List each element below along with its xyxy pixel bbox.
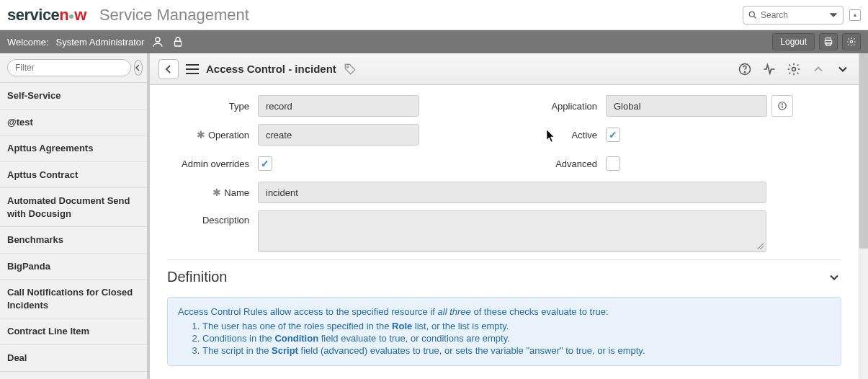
advanced-label: Advanced	[555, 159, 597, 169]
logo-text-w: w	[74, 6, 86, 24]
application-field[interactable]: Global	[606, 95, 767, 117]
required-icon: ✱	[197, 129, 205, 141]
admin-overrides-checkbox[interactable]	[258, 156, 272, 171]
nav-item[interactable]: Contract Line Item	[0, 318, 147, 345]
gear-icon[interactable]	[787, 62, 801, 76]
help-icon[interactable]	[738, 62, 752, 76]
admin-overrides-label: Admin overrides	[182, 159, 249, 169]
search-input[interactable]	[761, 10, 818, 20]
print-icon	[823, 37, 833, 47]
rule-item: The user has one of the roles specified …	[202, 320, 831, 332]
nav-item[interactable]: @test	[0, 110, 147, 136]
record-header: Access Control - incident	[150, 53, 859, 85]
welcome-label: Welcome:	[7, 37, 49, 48]
rules-info-box: Access Control Rules allow access to the…	[167, 297, 841, 366]
tag-icon[interactable]	[344, 63, 357, 76]
logo-text-service: service	[7, 6, 59, 24]
global-search[interactable]	[743, 6, 844, 24]
advanced-checkbox[interactable]	[606, 156, 620, 171]
chevron-down-icon[interactable]	[827, 270, 841, 285]
operation-field[interactable]: create	[258, 124, 419, 146]
svg-point-14	[782, 104, 783, 104]
back-button[interactable]	[158, 59, 179, 79]
vertical-scrollbar[interactable]	[859, 53, 868, 379]
svg-point-10	[744, 71, 745, 72]
description-field[interactable]	[258, 210, 766, 252]
form-area: Type record ✱Operation create Admin over…	[150, 85, 859, 379]
next-record-button[interactable]	[836, 62, 850, 76]
nav-collapse-button[interactable]	[134, 60, 143, 76]
rule-item: Conditions in the Condition field evalua…	[202, 332, 831, 344]
svg-point-2	[156, 37, 160, 42]
svg-point-8	[346, 66, 348, 67]
svg-point-11	[792, 67, 796, 71]
svg-rect-3	[175, 41, 182, 46]
type-field[interactable]: record	[258, 95, 419, 117]
previous-record-button[interactable]	[811, 62, 826, 76]
page-title: Access Control - incident	[206, 63, 336, 75]
nav-item-list: Self-Service @test Apttus Agreements Apt…	[0, 83, 147, 379]
nav-item[interactable]: Deal	[0, 345, 147, 372]
left-nav: Self-Service @test Apttus Agreements Apt…	[0, 53, 148, 379]
logo-text-n: n	[59, 6, 68, 24]
nav-filter-input[interactable]	[7, 59, 131, 76]
active-label: Active	[572, 130, 597, 141]
svg-point-0	[749, 12, 754, 17]
gear-icon	[846, 37, 856, 47]
print-button[interactable]	[819, 33, 838, 50]
nav-item[interactable]: Demand	[0, 372, 147, 379]
user-icon[interactable]	[151, 35, 164, 48]
form-menu-button[interactable]	[186, 64, 199, 74]
nav-item[interactable]: Self-Service	[0, 83, 147, 110]
svg-point-7	[850, 40, 853, 43]
info-icon	[777, 101, 787, 111]
product-name: Service Management	[99, 6, 249, 24]
activity-icon[interactable]	[762, 62, 777, 76]
nav-item[interactable]: Benchmarks	[0, 227, 147, 254]
search-dropdown-icon[interactable]	[828, 10, 838, 20]
description-label: Description	[202, 215, 249, 226]
logout-button[interactable]: Logout	[772, 33, 815, 50]
scrollbar-thumb[interactable]	[859, 53, 868, 249]
current-user: System Administrator	[56, 37, 145, 48]
settings-button[interactable]	[842, 33, 861, 50]
definition-section-header[interactable]: Definition	[167, 259, 841, 293]
expand-collapse-button[interactable]: ▴	[849, 9, 861, 21]
lock-icon[interactable]	[171, 35, 184, 48]
user-bar: Welcome: System Administrator Logout	[0, 30, 868, 53]
active-checkbox[interactable]	[606, 128, 620, 142]
svg-rect-4	[826, 38, 831, 41]
application-label: Application	[551, 101, 597, 112]
name-field[interactable]: incident	[258, 182, 766, 203]
operation-label: Operation	[208, 130, 249, 141]
content-frame: Access Control - incident Type	[148, 53, 868, 379]
required-icon: ✱	[212, 187, 221, 198]
rule-item: The script in the Script field (advanced…	[202, 344, 831, 357]
type-label: Type	[229, 101, 249, 112]
top-banner: servicenw Service Management ▴	[0, 0, 868, 30]
nav-item[interactable]: Apttus Agreements	[0, 135, 147, 162]
chevron-left-icon	[164, 65, 173, 73]
logo-dot-icon	[69, 14, 73, 19]
name-label: Name	[224, 187, 249, 198]
nav-item[interactable]: Call Notifications for Closed Incidents	[0, 280, 147, 318]
definition-title: Definition	[167, 269, 227, 285]
nav-item[interactable]: Automated Document Send with Docusign	[0, 188, 147, 227]
search-icon	[748, 10, 758, 20]
svg-line-1	[754, 16, 756, 18]
nav-item[interactable]: BigPanda	[0, 254, 147, 280]
nav-item[interactable]: Apttus Contract	[0, 162, 147, 189]
logo[interactable]: servicenw	[7, 6, 86, 24]
application-info-button[interactable]	[771, 95, 793, 117]
rules-intro-text: Access Control Rules allow access to the…	[178, 306, 831, 317]
chevron-left-icon	[135, 64, 142, 71]
